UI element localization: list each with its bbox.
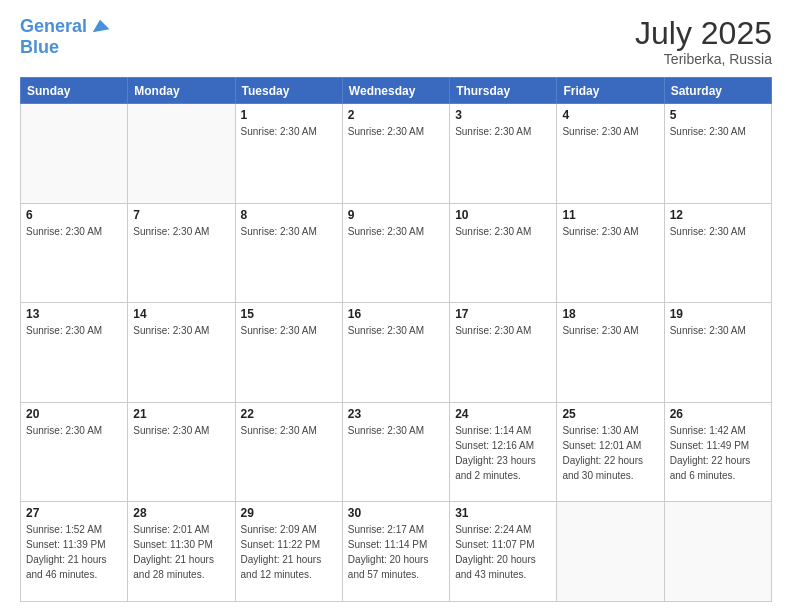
- day-info: Sunrise: 2:30 AM: [455, 323, 551, 338]
- day-info: Sunrise: 2:30 AM: [670, 224, 766, 239]
- calendar-day-cell: 22Sunrise: 2:30 AM: [235, 402, 342, 502]
- header: General Blue July 2025 Teriberka, Russia: [20, 16, 772, 67]
- calendar-day-cell: 11Sunrise: 2:30 AM: [557, 203, 664, 303]
- day-number: 13: [26, 307, 122, 321]
- calendar-day-cell: 20Sunrise: 2:30 AM: [21, 402, 128, 502]
- day-info: Sunrise: 2:30 AM: [562, 224, 658, 239]
- col-sunday: Sunday: [21, 78, 128, 104]
- day-info: Sunrise: 2:30 AM: [241, 423, 337, 438]
- day-info: Sunrise: 2:30 AM: [455, 224, 551, 239]
- calendar-day-cell: 5Sunrise: 2:30 AM: [664, 104, 771, 204]
- day-number: 16: [348, 307, 444, 321]
- day-info: Sunset: 11:07 PM: [455, 537, 551, 552]
- calendar-day-cell: 19Sunrise: 2:30 AM: [664, 303, 771, 403]
- calendar-day-cell: 21Sunrise: 2:30 AM: [128, 402, 235, 502]
- calendar-day-cell: [557, 502, 664, 602]
- day-info: Daylight: 22 hours and 6 minutes.: [670, 453, 766, 483]
- calendar-day-cell: 25Sunrise: 1:30 AMSunset: 12:01 AMDaylig…: [557, 402, 664, 502]
- day-info: Sunrise: 2:30 AM: [348, 323, 444, 338]
- day-number: 4: [562, 108, 658, 122]
- day-number: 6: [26, 208, 122, 222]
- logo-text: General: [20, 17, 87, 37]
- calendar-day-cell: 8Sunrise: 2:30 AM: [235, 203, 342, 303]
- day-info: Sunrise: 2:30 AM: [670, 124, 766, 139]
- day-info: Daylight: 21 hours and 46 minutes.: [26, 552, 122, 582]
- calendar-day-cell: 13Sunrise: 2:30 AM: [21, 303, 128, 403]
- day-info: Sunrise: 2:30 AM: [133, 224, 229, 239]
- day-number: 26: [670, 407, 766, 421]
- calendar-day-cell: 3Sunrise: 2:30 AM: [450, 104, 557, 204]
- calendar-day-cell: 28Sunrise: 2:01 AMSunset: 11:30 PMDaylig…: [128, 502, 235, 602]
- calendar-day-cell: 7Sunrise: 2:30 AM: [128, 203, 235, 303]
- calendar-day-cell: 27Sunrise: 1:52 AMSunset: 11:39 PMDaylig…: [21, 502, 128, 602]
- day-info: Sunrise: 2:30 AM: [670, 323, 766, 338]
- calendar-day-cell: 18Sunrise: 2:30 AM: [557, 303, 664, 403]
- day-info: Sunrise: 2:17 AM: [348, 522, 444, 537]
- day-info: Daylight: 20 hours and 43 minutes.: [455, 552, 551, 582]
- day-info: Sunrise: 2:30 AM: [133, 423, 229, 438]
- day-info: Sunrise: 1:30 AM: [562, 423, 658, 438]
- calendar-day-cell: 26Sunrise: 1:42 AMSunset: 11:49 PMDaylig…: [664, 402, 771, 502]
- day-info: Sunrise: 1:42 AM: [670, 423, 766, 438]
- day-info: Sunrise: 2:30 AM: [241, 224, 337, 239]
- calendar-week-row: 13Sunrise: 2:30 AM14Sunrise: 2:30 AM15Su…: [21, 303, 772, 403]
- day-number: 2: [348, 108, 444, 122]
- calendar-week-row: 20Sunrise: 2:30 AM21Sunrise: 2:30 AM22Su…: [21, 402, 772, 502]
- day-number: 27: [26, 506, 122, 520]
- page: General Blue July 2025 Teriberka, Russia…: [0, 0, 792, 612]
- day-info: Sunset: 11:14 PM: [348, 537, 444, 552]
- day-number: 8: [241, 208, 337, 222]
- day-info: Sunset: 11:49 PM: [670, 438, 766, 453]
- day-number: 15: [241, 307, 337, 321]
- calendar-day-cell: [128, 104, 235, 204]
- day-number: 19: [670, 307, 766, 321]
- day-info: Sunrise: 2:09 AM: [241, 522, 337, 537]
- day-number: 22: [241, 407, 337, 421]
- day-info: Sunrise: 2:30 AM: [241, 124, 337, 139]
- col-saturday: Saturday: [664, 78, 771, 104]
- svg-marker-0: [93, 20, 110, 32]
- calendar-week-row: 27Sunrise: 1:52 AMSunset: 11:39 PMDaylig…: [21, 502, 772, 602]
- day-info: Sunrise: 1:52 AM: [26, 522, 122, 537]
- day-info: Sunset: 11:39 PM: [26, 537, 122, 552]
- calendar-day-cell: 6Sunrise: 2:30 AM: [21, 203, 128, 303]
- calendar-week-row: 6Sunrise: 2:30 AM7Sunrise: 2:30 AM8Sunri…: [21, 203, 772, 303]
- day-info: Daylight: 22 hours and 30 minutes.: [562, 453, 658, 483]
- calendar-day-cell: 9Sunrise: 2:30 AM: [342, 203, 449, 303]
- calendar-day-cell: 14Sunrise: 2:30 AM: [128, 303, 235, 403]
- month-year: July 2025: [635, 16, 772, 51]
- day-number: 28: [133, 506, 229, 520]
- col-thursday: Thursday: [450, 78, 557, 104]
- day-info: Sunrise: 2:30 AM: [562, 124, 658, 139]
- day-number: 17: [455, 307, 551, 321]
- day-info: Sunrise: 2:30 AM: [455, 124, 551, 139]
- calendar-day-cell: 31Sunrise: 2:24 AMSunset: 11:07 PMDaylig…: [450, 502, 557, 602]
- day-info: Sunrise: 2:01 AM: [133, 522, 229, 537]
- day-info: Daylight: 21 hours and 28 minutes.: [133, 552, 229, 582]
- calendar-day-cell: 15Sunrise: 2:30 AM: [235, 303, 342, 403]
- day-info: Daylight: 23 hours and 2 minutes.: [455, 453, 551, 483]
- day-info: Sunrise: 2:30 AM: [348, 224, 444, 239]
- calendar-day-cell: 4Sunrise: 2:30 AM: [557, 104, 664, 204]
- calendar-day-cell: [21, 104, 128, 204]
- day-number: 1: [241, 108, 337, 122]
- calendar-day-cell: 10Sunrise: 2:30 AM: [450, 203, 557, 303]
- day-info: Sunrise: 2:30 AM: [26, 224, 122, 239]
- day-number: 24: [455, 407, 551, 421]
- day-number: 10: [455, 208, 551, 222]
- calendar-day-cell: [664, 502, 771, 602]
- calendar-day-cell: 24Sunrise: 1:14 AMSunset: 12:16 AMDaylig…: [450, 402, 557, 502]
- day-info: Sunset: 11:22 PM: [241, 537, 337, 552]
- day-info: Sunrise: 2:30 AM: [348, 124, 444, 139]
- day-info: Sunrise: 2:30 AM: [133, 323, 229, 338]
- day-info: Sunset: 11:30 PM: [133, 537, 229, 552]
- day-number: 11: [562, 208, 658, 222]
- day-number: 25: [562, 407, 658, 421]
- day-info: Sunrise: 2:30 AM: [26, 323, 122, 338]
- calendar-day-cell: 2Sunrise: 2:30 AM: [342, 104, 449, 204]
- col-wednesday: Wednesday: [342, 78, 449, 104]
- day-number: 29: [241, 506, 337, 520]
- day-info: Sunset: 12:01 AM: [562, 438, 658, 453]
- day-number: 5: [670, 108, 766, 122]
- day-info: Daylight: 21 hours and 12 minutes.: [241, 552, 337, 582]
